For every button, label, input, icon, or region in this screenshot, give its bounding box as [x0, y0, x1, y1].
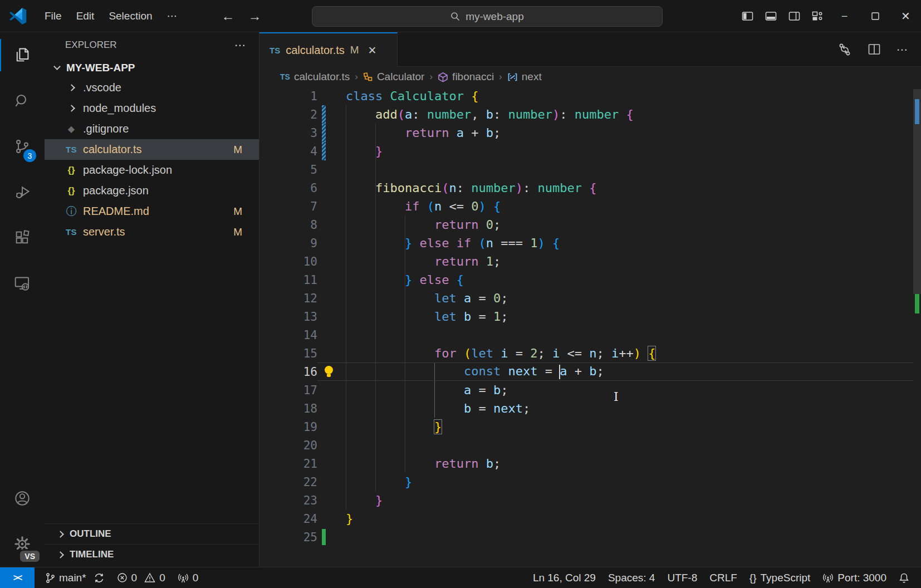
- settings-vs-badge: VS: [18, 549, 41, 564]
- breadcrumb-separator: ›: [499, 71, 502, 82]
- line-number: 24: [259, 512, 317, 526]
- notifications-bell-icon[interactable]: [893, 572, 915, 584]
- code-line-7[interactable]: 7 if (n <= 0) {: [259, 197, 921, 215]
- activitybar-remote-explorer-icon[interactable]: [0, 261, 45, 306]
- code-line-24[interactable]: 24}: [259, 509, 921, 528]
- explorer-item-node-modules[interactable]: node_modules: [45, 98, 259, 119]
- remote-indicator[interactable]: ><: [0, 567, 35, 588]
- encoding-item[interactable]: UTF-8: [661, 572, 703, 584]
- code-line-1[interactable]: 1class Calculator {: [259, 87, 921, 105]
- activitybar-explorer-icon[interactable]: [0, 32, 45, 78]
- line-number: 14: [259, 329, 317, 342]
- chevron-right-icon: [62, 85, 81, 90]
- eol-item[interactable]: CRLF: [703, 572, 743, 584]
- toggle-panel-icon[interactable]: [759, 0, 782, 32]
- breadcrumb-file[interactable]: TS calculator.ts: [280, 71, 350, 83]
- activitybar-source-control-icon[interactable]: 3: [0, 124, 45, 169]
- code-line-11[interactable]: 11 } else {: [259, 271, 921, 289]
- nav-forward-icon[interactable]: →: [248, 8, 262, 24]
- explorer-item-server-ts[interactable]: TSserver.tsM: [45, 222, 259, 242]
- editor-more-actions-icon[interactable]: ⋯: [896, 43, 908, 56]
- port-item[interactable]: Port: 3000: [816, 572, 893, 584]
- code-line-15[interactable]: 15 for (let i = 2; i <= n; i++) {: [259, 344, 921, 362]
- file-label: README.md: [83, 205, 149, 218]
- lightbulb-icon[interactable]: [325, 366, 333, 374]
- breadcrumb-class[interactable]: Calculator: [363, 71, 425, 83]
- nav-back-icon[interactable]: ←: [222, 8, 235, 24]
- explorer-item-calculator-ts[interactable]: TScalculator.tsM: [45, 139, 259, 160]
- menu-selection[interactable]: Selection: [101, 7, 159, 26]
- code-line-16[interactable]: 16 const next = a + b;: [259, 362, 921, 381]
- maximize-button[interactable]: [860, 0, 890, 32]
- tab-calculator-ts[interactable]: TS calculator.ts M ✕: [259, 32, 398, 67]
- problems-item[interactable]: 0 0: [111, 567, 172, 588]
- code-line-14[interactable]: 14: [259, 326, 921, 344]
- language-mode-item[interactable]: {} TypeScript: [743, 572, 816, 584]
- activitybar-account-icon[interactable]: [0, 476, 45, 521]
- line-number: 1: [259, 90, 317, 103]
- code-line-17[interactable]: 17 a = b;: [259, 381, 921, 399]
- toggle-sidebar-icon[interactable]: [736, 0, 759, 32]
- code-line-6[interactable]: 6 fibonacci(n: number): number {: [259, 179, 921, 197]
- split-editor-icon[interactable]: [868, 43, 881, 56]
- error-icon: [117, 572, 128, 583]
- code-line-12[interactable]: 12 let a = 0;: [259, 289, 921, 307]
- code-line-25[interactable]: 25: [259, 528, 921, 546]
- ts-file-icon: TS: [62, 227, 81, 237]
- breadcrumb-separator: ›: [429, 71, 433, 82]
- code-line-2[interactable]: 2 add(a: number, b: number): number {: [259, 105, 921, 124]
- code-line-9[interactable]: 9 } else if (n === 1) {: [259, 234, 921, 252]
- explorer-root-folder[interactable]: MY-WEB-APP: [45, 58, 259, 77]
- menu-edit[interactable]: Edit: [69, 7, 102, 26]
- code-line-20[interactable]: 20: [259, 436, 921, 454]
- activitybar-settings-gear-icon[interactable]: VS: [0, 521, 45, 567]
- menu-file[interactable]: File: [37, 7, 69, 26]
- menu-more[interactable]: ⋯: [160, 7, 185, 26]
- activitybar-search-icon[interactable]: [0, 78, 45, 124]
- explorer-item-readme-md[interactable]: ⓘREADME.mdM: [45, 201, 259, 222]
- code-line-18[interactable]: 18 b = next;: [259, 399, 921, 418]
- indentation-item[interactable]: Spaces: 4: [602, 572, 662, 584]
- code-line-13[interactable]: 13 let b = 1;: [259, 307, 921, 326]
- sync-icon: [94, 572, 105, 584]
- code-line-10[interactable]: 10 return 1;: [259, 252, 921, 271]
- activitybar-run-debug-icon[interactable]: [0, 169, 45, 215]
- code-line-8[interactable]: 8 return 0;: [259, 215, 921, 234]
- sync-changes-item[interactable]: [92, 567, 111, 588]
- tab-close-icon[interactable]: ✕: [368, 44, 377, 57]
- explorer-more-actions-icon[interactable]: ⋯: [234, 38, 246, 52]
- code-line-22[interactable]: 22 }: [259, 473, 921, 491]
- minimize-button[interactable]: −: [829, 0, 860, 32]
- mouse-ibeam-cursor: I: [614, 390, 619, 404]
- code-line-19[interactable]: 19 }: [259, 418, 921, 436]
- timeline-section-header[interactable]: TIMELINE: [45, 544, 259, 565]
- code-line-21[interactable]: 21 return b;: [259, 454, 921, 473]
- code-editor[interactable]: 1class Calculator {2 add(a: number, b: n…: [259, 87, 921, 567]
- code-line-23[interactable]: 23 }: [259, 491, 921, 509]
- explorer-item--vscode[interactable]: .vscode: [45, 77, 259, 98]
- toggle-secondary-sidebar-icon[interactable]: [782, 0, 806, 32]
- line-number: 10: [259, 255, 317, 268]
- breadcrumb-variable[interactable]: next: [507, 71, 542, 83]
- overview-ruler-modified-mark: [915, 99, 919, 124]
- code-line-4[interactable]: 4 }: [259, 142, 921, 160]
- close-window-button[interactable]: ✕: [890, 0, 921, 32]
- command-center-search[interactable]: my-web-app: [312, 6, 663, 27]
- explorer-item-package-json[interactable]: {}package.json: [45, 180, 259, 201]
- forwarded-ports-item[interactable]: 0: [172, 567, 205, 588]
- activity-bar: 3: [0, 32, 45, 567]
- outline-section-header[interactable]: OUTLINE: [45, 523, 259, 544]
- file-label: package.json: [83, 184, 149, 197]
- explorer-item--gitignore[interactable]: ◆.gitignore: [45, 119, 259, 139]
- open-changes-icon[interactable]: [837, 42, 852, 57]
- breadcrumb-method[interactable]: fibonacci: [438, 71, 494, 83]
- line-number: 12: [259, 292, 317, 305]
- activitybar-extensions-icon[interactable]: [0, 215, 45, 261]
- chevron-down-icon: [53, 63, 61, 70]
- git-branch-item[interactable]: main*: [39, 567, 92, 588]
- customize-layout-icon[interactable]: [806, 0, 829, 32]
- code-line-5[interactable]: 5: [259, 160, 921, 179]
- cursor-position-item[interactable]: Ln 16, Col 29: [527, 572, 602, 584]
- explorer-item-package-lock-json[interactable]: {}package-lock.json: [45, 160, 259, 180]
- code-line-3[interactable]: 3 return a + b;: [259, 124, 921, 142]
